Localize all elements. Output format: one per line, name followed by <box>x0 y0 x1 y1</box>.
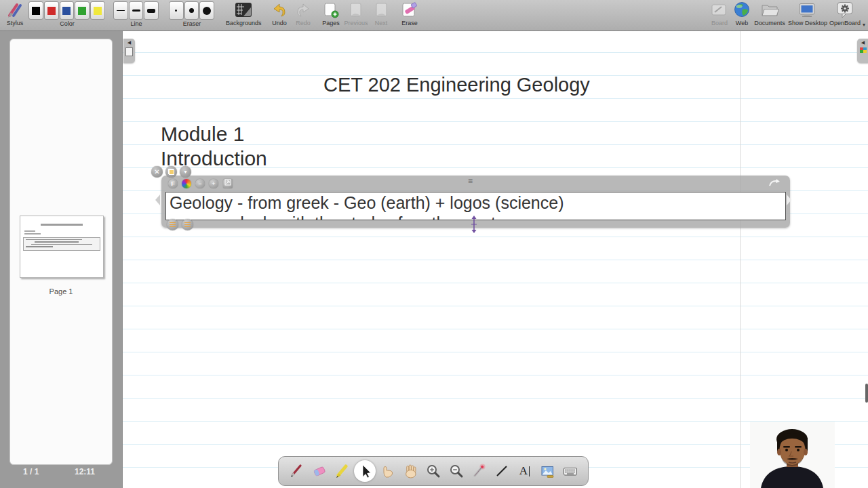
openboard-menu-label: OpenBoard <box>827 20 863 26</box>
stylus-tool-button[interactable]: Stylus <box>3 1 27 26</box>
textbox-color-button[interactable] <box>182 179 191 188</box>
eraser-icon <box>311 463 328 479</box>
documents-folder-icon <box>753 1 787 19</box>
show-desktop-label: Show Desktop <box>788 20 826 26</box>
board-mode-icon <box>708 1 731 19</box>
eraser-group: Eraser <box>169 1 215 27</box>
openboard-gear-icon <box>827 1 863 19</box>
collapse-left-caret-icon: ◀ <box>123 39 135 47</box>
marker-icon <box>334 463 350 479</box>
page-counter: 1 / 1 <box>23 467 39 476</box>
openboard-window: Stylus Color Line <box>0 0 868 488</box>
marker-tool-button[interactable] <box>331 460 353 483</box>
eraser-large-button[interactable] <box>199 1 214 20</box>
web-mode-button[interactable]: Web <box>731 1 753 26</box>
next-page-label: Next <box>370 20 393 26</box>
text-tool-button[interactable]: A <box>514 460 536 483</box>
capture-tool-button[interactable] <box>536 460 558 483</box>
line-medium-button[interactable] <box>129 1 144 20</box>
pages-button[interactable]: Pages <box>319 1 342 26</box>
show-desktop-button[interactable]: Show Desktop <box>788 1 826 26</box>
undo-button[interactable]: Undo <box>268 1 291 26</box>
collapse-right-panel-tab[interactable]: ◀ <box>857 39 868 63</box>
line-tool-button[interactable] <box>491 460 513 483</box>
board-title-text[interactable]: CET 202 Engineering Geology <box>323 74 590 96</box>
pages-label: Pages <box>319 20 342 26</box>
page-1-thumbnail[interactable] <box>20 216 104 278</box>
textbox-move-grip[interactable]: ≡ <box>468 176 473 186</box>
backgrounds-icon <box>226 1 261 19</box>
textbox-rotate-handle[interactable] <box>768 178 781 190</box>
textbox-line-2-clipped: deals with the study of earths crust <box>231 213 785 220</box>
textbox-transform-button[interactable] <box>223 179 233 188</box>
color-swatch-yellow[interactable] <box>90 1 105 20</box>
textbox-layer-up-button[interactable] <box>182 219 193 230</box>
collapse-left-panel-tab[interactable]: ◀ <box>123 39 135 63</box>
pen-icon <box>288 463 304 479</box>
backgrounds-button[interactable]: Backgrounds <box>226 1 261 26</box>
web-mode-label: Web <box>731 20 753 26</box>
line-icon <box>494 463 510 479</box>
zoom-in-tool-button[interactable] <box>422 460 444 483</box>
capture-image-icon <box>539 463 555 479</box>
color-label: Color <box>28 20 106 27</box>
board-heading-module[interactable]: Module 1 <box>161 123 244 146</box>
virtual-keyboard-tool-button[interactable] <box>559 460 581 483</box>
textbox-close-button[interactable]: ✕ <box>151 166 163 178</box>
whiteboard-canvas[interactable]: ◀ ◀ CET 202 Engineering Geology Module 1… <box>122 30 868 488</box>
textbox-width-handle-left[interactable] <box>155 194 161 209</box>
line-thick-button[interactable] <box>144 1 159 20</box>
color-swatch-red[interactable] <box>44 1 59 20</box>
textbox-menu-button[interactable]: ▼ <box>180 166 191 178</box>
zoom-out-tool-button[interactable] <box>446 460 467 483</box>
interact-hand-tool-button[interactable] <box>377 460 399 483</box>
textbox-decrease-size-button[interactable]: − <box>195 179 205 188</box>
textbox-edit-frame[interactable]: F − + ≡ Geology - from greek - Geo (eart… <box>161 176 790 228</box>
openboard-menu-button[interactable]: OpenBoard <box>827 1 863 26</box>
pan-hand-tool-button[interactable] <box>399 460 421 483</box>
clock: 12:11 <box>75 467 95 476</box>
previous-page-button[interactable]: Previous <box>343 1 369 26</box>
erase-page-button[interactable]: Erase <box>398 1 421 26</box>
eraser-tool-button[interactable] <box>309 460 330 483</box>
board-mode-label: Board <box>708 20 731 26</box>
color-swatch-blue[interactable] <box>60 1 75 20</box>
text-cursor-icon <box>529 466 530 476</box>
eraser-medium-button[interactable] <box>184 1 199 20</box>
textbox-height-resize-handle[interactable] <box>470 216 478 236</box>
instructor-portrait <box>750 422 835 488</box>
toolbar-overflow-caret[interactable]: ▾ <box>863 22 865 28</box>
line-label: Line <box>113 20 159 27</box>
board-mode-button[interactable]: Board <box>708 1 731 26</box>
textbox-width-handle-right[interactable] <box>786 194 792 209</box>
show-desktop-icon <box>788 1 826 19</box>
color-swatch-black[interactable] <box>28 1 43 20</box>
zoom-out-icon <box>448 463 465 479</box>
library-icon <box>860 47 867 55</box>
documents-mode-label: Documents <box>753 20 787 26</box>
textbox-increase-size-button[interactable]: + <box>209 179 218 188</box>
previous-page-icon <box>343 1 369 19</box>
color-swatch-green[interactable] <box>75 1 90 20</box>
thumb-textbox-preview <box>23 237 100 251</box>
open-palm-icon <box>402 463 418 479</box>
textbox-floating-controls: ✕ ▼ <box>151 166 191 178</box>
textbox-duplicate-button[interactable] <box>165 166 177 178</box>
selector-arrow-icon <box>357 463 373 479</box>
thumb-text-line <box>24 233 41 235</box>
textbox-layer-down-button[interactable] <box>167 219 178 230</box>
stylus-icon <box>3 1 27 19</box>
right-scrollbar-thumb[interactable] <box>865 384 868 403</box>
line-thin-button[interactable] <box>113 1 128 20</box>
pointing-hand-icon <box>380 463 396 479</box>
pen-tool-button[interactable] <box>285 460 307 483</box>
laser-pointer-tool-button[interactable] <box>468 460 490 483</box>
next-page-button[interactable]: Next <box>370 1 393 26</box>
laser-pointer-icon <box>471 463 487 479</box>
eraser-small-button[interactable] <box>169 1 184 20</box>
redo-button[interactable]: Redo <box>292 1 315 26</box>
documents-mode-button[interactable]: Documents <box>753 1 787 26</box>
textbox-font-button[interactable]: F <box>168 179 178 188</box>
line-group: Line <box>113 1 159 27</box>
selector-tool-button[interactable] <box>354 460 376 482</box>
